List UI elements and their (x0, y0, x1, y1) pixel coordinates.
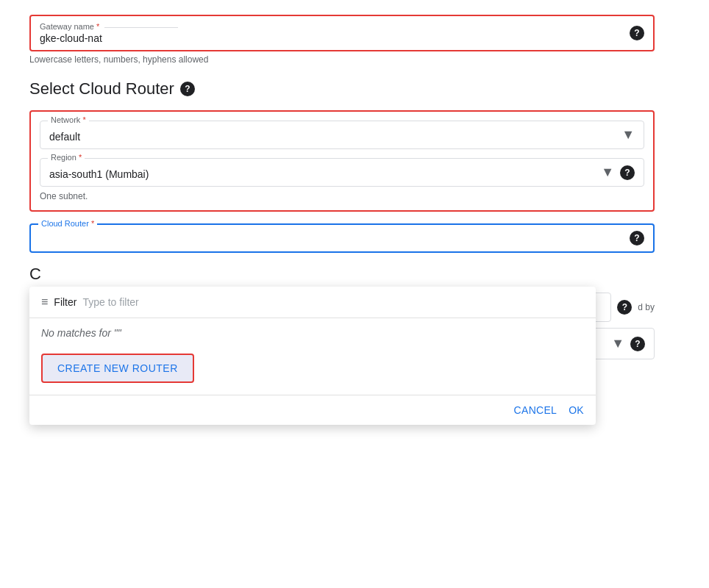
page-container: Gateway name * ? Lowercase letters, numb… (0, 0, 709, 588)
filter-placeholder-text[interactable]: Type to filter (82, 296, 138, 308)
region-dropdown[interactable]: Region * asia-south1 (Mumbai) ▼ ? (40, 158, 644, 187)
bottom-dropdown-arrow: ▼ (611, 336, 624, 351)
create-new-router-button[interactable]: CREATE NEW ROUTER (41, 354, 194, 383)
gateway-required-marker: * (94, 22, 99, 31)
cloud-router-field[interactable]: Cloud Router * ? (29, 223, 655, 253)
network-value: default (49, 128, 621, 143)
gateway-name-input[interactable] (40, 32, 168, 44)
create-router-btn-wrapper: CREATE NEW ROUTER (29, 348, 596, 395)
partial-help-icon[interactable]: ? (617, 300, 632, 315)
network-dropdown[interactable]: Network * default ▼ (40, 121, 644, 149)
cloud-router-field-label: Cloud Router * (38, 219, 97, 228)
bottom-dropdown-help-icon[interactable]: ? (630, 337, 645, 351)
c-section-title: C (29, 265, 680, 284)
gateway-name-label: Gateway name (40, 22, 94, 31)
partial-hint-text: d by (638, 302, 655, 312)
dropdown-popup: ≡ Filter Type to filter No matches for "… (29, 287, 596, 425)
region-help-icon[interactable]: ? (620, 165, 635, 180)
region-value: asia-south1 (Mumbai) (49, 165, 601, 180)
region-dropdown-arrow: ▼ (601, 165, 614, 180)
gateway-hint: Lowercase letters, numbers, hyphens allo… (29, 54, 680, 65)
ok-button[interactable]: OK (569, 404, 584, 416)
filter-icon: ≡ (41, 295, 48, 309)
gateway-name-section: Gateway name * ? Lowercase letters, numb… (29, 15, 680, 65)
cloud-router-section: Network * default ▼ Region * asia-south1… (29, 110, 655, 212)
cancel-button[interactable]: CANCEL (514, 404, 557, 416)
popup-actions: CANCEL OK (29, 395, 596, 425)
gateway-help-icon[interactable]: ? (630, 26, 644, 40)
cloud-router-help-icon[interactable]: ? (630, 231, 644, 245)
region-hint: One subnet. (40, 191, 644, 201)
region-label: Region * (48, 153, 85, 162)
filter-row: ≡ Filter Type to filter (29, 287, 596, 318)
network-dropdown-arrow: ▼ (621, 127, 635, 143)
gateway-name-input-wrapper[interactable]: Gateway name * ? (29, 15, 655, 51)
select-cloud-router-help-icon[interactable]: ? (180, 82, 195, 96)
filter-label: Filter (54, 296, 76, 308)
select-cloud-router-title: Select Cloud Router ? (29, 79, 680, 98)
network-label: Network * (48, 115, 89, 124)
no-matches-text: No matches for "" (29, 318, 596, 348)
